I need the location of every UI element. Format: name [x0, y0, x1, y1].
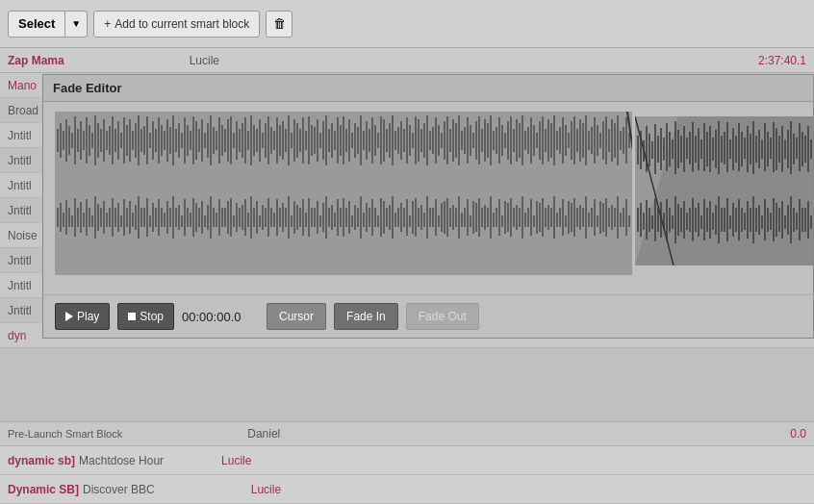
svg-rect-430 — [689, 132, 691, 164]
toolbar: Select ▼ + Add to current smart block 🗑 — [0, 0, 814, 48]
svg-rect-426 — [677, 130, 679, 168]
dynamic2-sub: Discover BBC — [83, 483, 155, 496]
svg-rect-282 — [267, 198, 269, 237]
svg-rect-199 — [602, 121, 604, 160]
svg-rect-225 — [103, 201, 105, 234]
svg-rect-186 — [565, 125, 567, 156]
svg-rect-91 — [291, 133, 293, 148]
svg-rect-335 — [420, 205, 422, 230]
svg-rect-502 — [721, 208, 723, 232]
svg-rect-371 — [524, 213, 526, 227]
select-arrow-icon[interactable]: ▼ — [65, 12, 87, 37]
svg-rect-227 — [109, 208, 111, 227]
svg-rect-508 — [738, 199, 740, 240]
svg-rect-79 — [256, 129, 258, 152]
svg-rect-247 — [166, 201, 168, 234]
bottom-rows: Pre-Launch Smart Block Daniel 0.0 dynami… — [0, 421, 814, 504]
pre-launch-row[interactable]: Pre-Launch Smart Block Daniel 0.0 — [0, 421, 814, 446]
svg-rect-57 — [192, 116, 194, 164]
svg-rect-25 — [100, 129, 102, 152]
cursor-button[interactable]: Cursor — [267, 303, 326, 330]
svg-rect-260 — [204, 215, 206, 227]
svg-rect-82 — [265, 123, 267, 158]
dynamic-row-2[interactable]: Dynamic SB] Discover BBC Lucile — [0, 475, 814, 504]
svg-rect-46 — [161, 125, 163, 156]
svg-rect-179 — [545, 129, 547, 152]
svg-rect-237 — [138, 196, 140, 239]
svg-rect-464 — [787, 130, 789, 168]
dynamic-row-1[interactable]: dynamic sb] Machtdose Hour Lucile — [0, 446, 814, 475]
svg-rect-471 — [807, 126, 809, 172]
svg-rect-427 — [680, 136, 682, 163]
svg-rect-36 — [132, 131, 134, 150]
svg-rect-344 — [446, 198, 448, 237]
delete-button[interactable]: 🗑 — [266, 11, 293, 38]
svg-rect-431 — [692, 122, 694, 172]
svg-rect-120 — [374, 125, 376, 156]
svg-rect-504 — [726, 198, 728, 241]
svg-rect-276 — [250, 196, 252, 239]
select-dropdown[interactable]: Select ▼ — [8, 11, 88, 38]
svg-rect-348 — [458, 196, 460, 239]
svg-rect-173 — [527, 127, 529, 154]
svg-rect-77 — [250, 115, 252, 165]
dynamic1-artist: Lucile — [221, 454, 251, 467]
svg-rect-236 — [135, 205, 137, 230]
svg-rect-232 — [123, 199, 125, 236]
svg-rect-326 — [394, 213, 396, 227]
svg-rect-391 — [582, 208, 584, 227]
select-label[interactable]: Select — [9, 12, 65, 37]
svg-rect-374 — [533, 215, 535, 227]
play-button[interactable]: Play — [55, 303, 110, 330]
svg-rect-198 — [599, 133, 601, 148]
svg-rect-447 — [738, 123, 740, 171]
svg-rect-143 — [441, 133, 443, 148]
svg-rect-397 — [599, 201, 601, 234]
svg-rect-22 — [91, 133, 93, 148]
svg-rect-388 — [573, 198, 575, 237]
svg-rect-514 — [755, 208, 757, 232]
svg-rect-349 — [461, 213, 463, 227]
svg-rect-12 — [63, 131, 64, 150]
svg-rect-39 — [140, 129, 142, 152]
svg-rect-259 — [201, 201, 203, 234]
stop-button[interactable]: Stop — [117, 303, 174, 330]
svg-rect-115 — [360, 115, 362, 165]
svg-rect-456 — [764, 123, 766, 171]
svg-rect-132 — [409, 125, 411, 156]
svg-rect-18 — [80, 121, 82, 160]
svg-rect-189 — [573, 116, 575, 164]
waveform-detail — [55, 112, 632, 275]
svg-rect-347 — [455, 208, 457, 227]
svg-rect-332 — [412, 201, 414, 234]
svg-rect-478 — [651, 215, 653, 229]
svg-rect-352 — [470, 215, 471, 227]
svg-rect-30 — [114, 129, 116, 152]
svg-rect-139 — [429, 131, 431, 150]
svg-rect-526 — [790, 196, 792, 243]
fade-out-button[interactable]: Fade Out — [406, 303, 479, 330]
svg-rect-324 — [389, 205, 391, 230]
svg-rect-440 — [718, 121, 720, 174]
svg-rect-29 — [112, 116, 114, 164]
svg-rect-38 — [138, 115, 140, 165]
svg-rect-75 — [244, 117, 246, 164]
svg-rect-330 — [406, 199, 408, 236]
svg-rect-495 — [700, 215, 702, 229]
svg-rect-434 — [700, 139, 702, 159]
add-smart-block-button[interactable]: + Add to current smart block — [93, 11, 260, 38]
svg-rect-55 — [187, 125, 189, 156]
svg-rect-312 — [354, 205, 356, 230]
fade-in-button[interactable]: Fade In — [334, 303, 398, 330]
svg-rect-500 — [715, 205, 717, 235]
svg-rect-375 — [536, 201, 538, 234]
svg-rect-183 — [556, 131, 558, 150]
svg-rect-134 — [415, 116, 417, 164]
svg-rect-16 — [74, 116, 76, 164]
svg-rect-89 — [285, 129, 287, 152]
svg-rect-311 — [351, 215, 353, 227]
svg-rect-13 — [65, 119, 67, 162]
svg-rect-362 — [498, 199, 500, 236]
svg-rect-520 — [773, 198, 775, 241]
svg-rect-476 — [646, 200, 648, 239]
